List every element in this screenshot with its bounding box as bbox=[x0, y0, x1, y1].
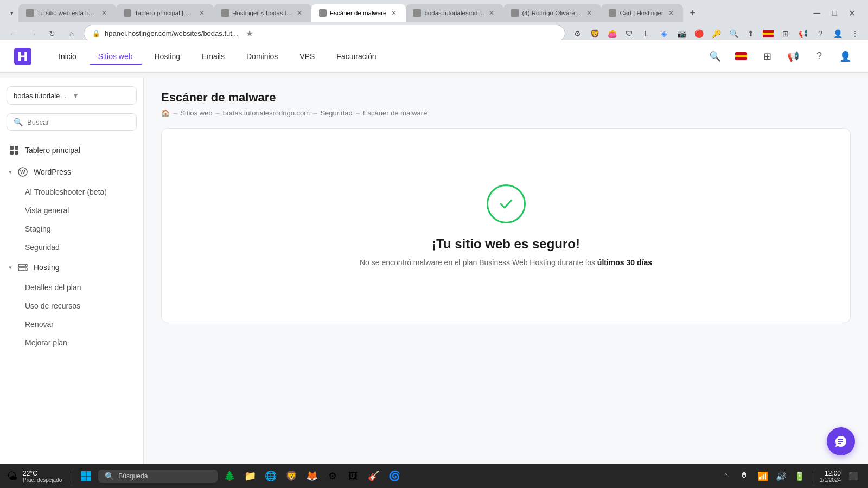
taskbar-chrome-icon[interactable]: 🌐 bbox=[262, 467, 279, 485]
tray-volume-icon[interactable]: 🔊 bbox=[773, 467, 790, 485]
leo-icon[interactable]: 📢 bbox=[795, 26, 810, 41]
tab-close-6[interactable]: ✕ bbox=[585, 9, 593, 17]
language-flag[interactable] bbox=[761, 30, 776, 37]
nav-hosting[interactable]: Hosting bbox=[146, 48, 189, 65]
taskbar-firefox-icon[interactable]: 🦊 bbox=[303, 467, 321, 485]
ext2-icon[interactable]: ◈ bbox=[656, 26, 672, 41]
tab-close-5[interactable]: ✕ bbox=[487, 9, 496, 17]
taskbar-explorer-icon[interactable]: 📁 bbox=[241, 467, 259, 485]
domain-selector[interactable]: bodas.tutorialesrodrigo.c... ▾ bbox=[7, 86, 137, 105]
hostinger-logo[interactable] bbox=[13, 47, 33, 66]
sidebar-toggle-icon[interactable]: ⊞ bbox=[778, 26, 793, 41]
nav-dominios[interactable]: Dominios bbox=[238, 48, 286, 65]
nav-facturacion[interactable]: Facturación bbox=[328, 48, 385, 65]
browser-tab-5[interactable]: bodas.tutorialesrodi... ✕ bbox=[406, 4, 503, 22]
nav-vps[interactable]: VPS bbox=[291, 48, 323, 65]
sidebar-item-vista-general[interactable]: Vista general bbox=[0, 201, 143, 220]
window-minimize-btn[interactable]: ─ bbox=[809, 5, 825, 21]
breadcrumb-home-icon[interactable]: 🏠 bbox=[161, 109, 170, 117]
taskbar-clock[interactable]: 12:00 1/1/2024 bbox=[820, 470, 841, 483]
nav-inicio[interactable]: Inicio bbox=[50, 48, 85, 65]
nav-reload-btn[interactable]: ↻ bbox=[44, 26, 60, 41]
account-btn[interactable]: 👤 bbox=[835, 47, 855, 66]
tray-battery-icon[interactable]: 🔋 bbox=[791, 467, 808, 485]
breadcrumb-seguridad[interactable]: Seguridad bbox=[320, 109, 352, 117]
tray-mic-icon[interactable]: 🎙 bbox=[736, 467, 753, 485]
sidebar-item-uso-recursos[interactable]: Uso de recursos bbox=[0, 297, 143, 315]
sidebar-item-renovar[interactable]: Renovar bbox=[0, 315, 143, 333]
breadcrumb-sitios-web[interactable]: Sitios web bbox=[180, 109, 212, 117]
taskbar-edge-icon[interactable]: 🌀 bbox=[386, 467, 403, 485]
tray-chevron[interactable]: ⌃ bbox=[717, 467, 735, 485]
brave-icon[interactable]: 🦁 bbox=[587, 26, 602, 41]
sidebar-item-tablero[interactable]: Tablero principal bbox=[0, 139, 143, 161]
sidebar-search-input[interactable] bbox=[27, 118, 130, 126]
help-icon[interactable]: ? bbox=[813, 26, 828, 41]
menu-icon[interactable]: ⋮ bbox=[847, 26, 863, 41]
ext1-icon[interactable]: L bbox=[639, 26, 654, 41]
url-star-icon[interactable]: ★ bbox=[246, 28, 253, 38]
windows-start-btn[interactable] bbox=[78, 467, 95, 485]
sidebar-item-detalles[interactable]: Detalles del plan bbox=[0, 278, 143, 297]
nav-forward-btn[interactable]: → bbox=[25, 26, 40, 41]
tab-close-7[interactable]: ✕ bbox=[667, 9, 675, 17]
ext7-icon[interactable]: ⬆ bbox=[743, 26, 758, 41]
window-close-btn[interactable]: ✕ bbox=[844, 5, 859, 21]
layout-btn[interactable]: ⊞ bbox=[757, 47, 777, 66]
nav-back-btn[interactable]: ← bbox=[5, 26, 21, 41]
ext3-icon[interactable]: 📷 bbox=[674, 26, 689, 41]
taskbar-app1-icon[interactable]: 🎸 bbox=[365, 467, 382, 485]
sidebar-item-ai-troubleshooter[interactable]: AI Troubleshooter (beta) bbox=[0, 183, 143, 201]
tab-close-3[interactable]: ✕ bbox=[295, 9, 304, 17]
taskbar-settings-icon[interactable]: ⚙ bbox=[324, 467, 341, 485]
nav-home-btn[interactable]: ⌂ bbox=[64, 26, 79, 41]
nav-sitios-web[interactable]: Sitios web bbox=[90, 48, 142, 65]
tab-close-2[interactable]: ✕ bbox=[197, 9, 206, 17]
taskbar-search[interactable]: 🔍 Búsqueda bbox=[98, 470, 218, 483]
sidebar-item-mejorar-plan[interactable]: Mejorar plan bbox=[0, 333, 143, 352]
browser-tab-6[interactable]: (4) Rodrigo Olivares... ✕ bbox=[503, 4, 601, 22]
tab-close-4[interactable]: ✕ bbox=[390, 9, 398, 17]
taskbar-sep1 bbox=[72, 470, 72, 483]
taskbar-search-icon: 🔍 bbox=[105, 472, 114, 480]
nav-emails[interactable]: Emails bbox=[193, 48, 233, 65]
tab-close-1[interactable]: ✕ bbox=[100, 9, 108, 17]
weather-icon: 🌤 bbox=[7, 470, 17, 483]
help-btn[interactable]: ? bbox=[809, 47, 829, 66]
tab-overflow-btn[interactable]: ▾ bbox=[5, 7, 18, 20]
tab-favicon-6 bbox=[511, 9, 519, 17]
taskbar-weather[interactable]: 🌤 22°C Prac. despejado bbox=[7, 470, 62, 483]
chat-fab-button[interactable] bbox=[827, 427, 855, 455]
window-maximize-btn[interactable]: □ bbox=[827, 5, 842, 21]
breadcrumb-domain[interactable]: bodas.tutorialesrodrigo.com bbox=[223, 109, 310, 117]
profile-icon[interactable]: 👤 bbox=[830, 26, 845, 41]
scanner-description: No se encontró malware en el plan Busine… bbox=[360, 258, 652, 267]
ext4-icon[interactable]: 🔴 bbox=[691, 26, 706, 41]
browser-tab-7[interactable]: Cart | Hostinger ✕ bbox=[601, 4, 682, 22]
url-bar[interactable]: 🔒 hpanel.hostinger.com/websites/bodas.tu… bbox=[84, 25, 565, 42]
sidebar-item-staging[interactable]: Staging bbox=[0, 220, 143, 238]
tab-favicon-5 bbox=[413, 9, 421, 17]
browser-tab-4[interactable]: Escáner de malware ✕ bbox=[311, 4, 406, 22]
show-desktop-btn[interactable]: ⬛ bbox=[844, 467, 861, 485]
date-display: 1/1/2024 bbox=[820, 477, 841, 483]
browser-tab-2[interactable]: Tablero principal | H... ✕ bbox=[116, 4, 214, 22]
extensions-icon[interactable]: ⚙ bbox=[570, 26, 585, 41]
language-btn[interactable] bbox=[731, 47, 751, 66]
sidebar-cat-hosting[interactable]: ▾ Hosting bbox=[0, 256, 143, 278]
vpn-icon[interactable]: 🛡 bbox=[622, 26, 637, 41]
ext5-icon[interactable]: 🔑 bbox=[709, 26, 724, 41]
wallet-icon[interactable]: 👛 bbox=[604, 26, 620, 41]
search-icon-btn[interactable]: 🔍 bbox=[705, 47, 725, 66]
notifications-btn[interactable]: 📢 bbox=[783, 47, 803, 66]
taskbar-files-icon[interactable]: 🌲 bbox=[221, 467, 238, 485]
tray-network-icon[interactable]: 📶 bbox=[754, 467, 771, 485]
taskbar-photos-icon[interactable]: 🖼 bbox=[344, 467, 362, 485]
taskbar-brave-icon[interactable]: 🦁 bbox=[283, 467, 300, 485]
ext6-icon[interactable]: 🔍 bbox=[726, 26, 741, 41]
sidebar-item-seguridad[interactable]: Seguridad bbox=[0, 238, 143, 256]
browser-tab-1[interactable]: Tu sitio web está list... ✕ bbox=[18, 4, 116, 22]
browser-tab-3[interactable]: Hostinger < bodas.t... ✕ bbox=[214, 4, 311, 22]
sidebar-cat-wordpress[interactable]: ▾ W WordPress bbox=[0, 161, 143, 183]
new-tab-button[interactable]: + bbox=[685, 5, 700, 21]
